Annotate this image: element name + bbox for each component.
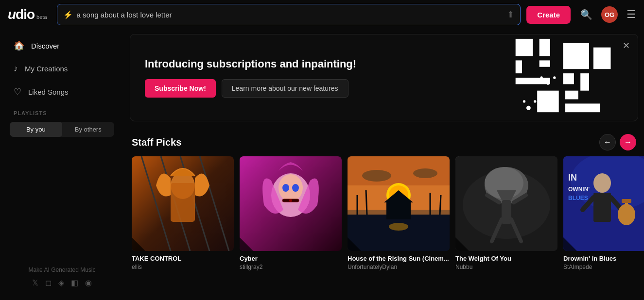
svg-rect-10 [565,91,578,100]
svg-point-14 [523,100,525,102]
svg-rect-3 [539,60,550,67]
svg-point-13 [534,100,536,102]
footer-tagline: Make AI Generated Music [10,267,114,273]
playlists-label: PLAYLISTS [0,103,124,120]
song-thumb-0 [132,156,234,251]
card-corner-4 [563,237,577,251]
song-grid: TAKE CONTROL ellis [124,156,644,278]
main-layout: 🏠 Discover ♪ My Creations ♡ Liked Songs … [0,29,644,300]
svg-text:IN: IN [568,173,577,183]
song-card-2[interactable]: House of the Rising Sun (Cinem... Unfort… [348,156,450,270]
tiktok-icon[interactable]: ◧ [71,278,78,287]
svg-rect-11 [565,103,600,112]
prev-arrow[interactable]: ← [599,134,616,150]
song-title-3: The Weight Of You [455,255,557,262]
song-card-1[interactable]: Cyber stillgray2 [240,156,342,270]
svg-point-38 [389,223,408,231]
subscribe-button[interactable]: Subscribe Now! [145,79,216,98]
announcement-banner: ✕ [130,34,638,121]
svg-rect-39 [386,202,411,219]
song-title-0: TAKE CONTROL [132,255,234,262]
toggle-by-you[interactable]: By you [10,122,62,137]
menu-icon[interactable]: ☰ [627,8,636,21]
social-icons: 𝕏 ◻ ◈ ◧ ◉ [10,278,114,287]
svg-line-21 [200,156,229,251]
song-card-0[interactable]: TAKE CONTROL ellis [132,156,234,270]
svg-rect-23 [171,183,195,222]
svg-text:OWNIN': OWNIN' [568,186,590,193]
svg-point-26 [282,184,289,192]
instagram-icon[interactable]: ◻ [45,278,52,287]
song-thumb-4: IN OWNIN' BLUES [563,156,644,251]
svg-rect-5 [563,43,589,69]
svg-line-18 [141,156,171,251]
search-container: ⚡ ⬆ [57,4,521,25]
svg-point-17 [553,76,556,79]
home-icon: 🏠 [14,40,24,51]
content-area: ✕ [124,29,644,300]
upload-icon[interactable]: ⬆ [507,9,514,20]
sidebar-item-liked-songs[interactable]: ♡ Liked Songs [4,81,120,103]
svg-rect-4 [516,78,550,84]
song-thumb-1 [240,156,342,251]
svg-rect-9 [537,91,559,113]
card-corner-2 [348,237,361,251]
nav-arrows: ← → [599,134,636,150]
svg-text:BLUES: BLUES [568,195,588,201]
logo-text: udio [8,7,35,22]
banner-actions: Subscribe Now! Learn more about our new … [145,79,348,98]
staff-picks-header: Staff Picks ← → [124,126,644,156]
create-button[interactable]: Create [526,6,571,24]
card-corner-1 [240,237,253,251]
svg-point-16 [547,83,549,85]
toggle-by-others[interactable]: By others [62,122,115,137]
song-card-4[interactable]: IN OWNIN' BLUES Drownin' in Blues StAImp… [563,156,644,270]
svg-rect-62 [622,199,631,203]
avatar[interactable]: OG [601,6,618,23]
next-arrow[interactable]: → [620,134,636,150]
svg-line-42 [366,190,367,215]
svg-rect-57 [593,193,611,222]
song-title-1: Cyber [240,255,342,262]
svg-point-25 [278,174,303,201]
banner-graphic [359,34,638,121]
lightning-icon: ⚡ [63,10,73,19]
svg-point-27 [292,184,299,192]
discord-icon[interactable]: ◈ [58,278,64,287]
search-input[interactable] [77,11,507,19]
sidebar: 🏠 Discover ♪ My Creations ♡ Liked Songs … [0,29,124,300]
svg-point-36 [413,168,437,178]
svg-rect-2 [516,60,522,73]
svg-line-44 [440,195,441,215]
topbar-icons: 🔍 OG ☰ [580,6,636,23]
banner-title: Introducing subscriptions and inpainting… [145,58,356,70]
staff-picks-title: Staff Picks [132,137,181,148]
song-card-3[interactable]: The Weight Of You Nubbu [455,156,557,270]
svg-rect-0 [516,39,533,56]
sidebar-item-my-creations[interactable]: ♪ My Creations [4,58,120,80]
song-artist-4: StAImpede [563,264,644,270]
sidebar-item-discover[interactable]: 🏠 Discover [4,34,120,57]
search-icon[interactable]: 🔍 [580,9,592,20]
svg-point-29 [289,199,292,202]
sidebar-item-liked-songs-label: Liked Songs [28,88,69,96]
twitter-icon[interactable]: 𝕏 [32,278,38,287]
sidebar-item-my-creations-label: My Creations [25,65,68,73]
svg-point-35 [362,170,391,182]
playlist-toggle: By you By others [10,122,114,137]
svg-rect-7 [580,73,589,91]
svg-rect-37 [348,215,450,251]
svg-point-15 [540,76,542,79]
svg-point-12 [526,106,531,110]
song-artist-0: ellis [132,264,234,270]
svg-point-56 [593,173,611,193]
song-thumb-2 [348,156,450,251]
song-artist-1: stillgray2 [240,264,342,270]
learn-more-button[interactable]: Learn more about our new features [222,79,348,98]
svg-rect-6 [563,73,574,84]
card-corner-0 [132,237,145,251]
heart-icon: ♡ [14,86,21,97]
svg-rect-1 [539,39,550,56]
reddit-icon[interactable]: ◉ [85,278,92,287]
song-artist-3: Nubbu [455,264,557,270]
